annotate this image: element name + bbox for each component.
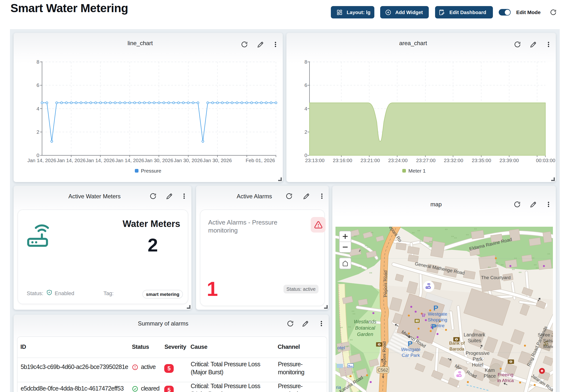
svg-text:in Africa: in Africa [497,378,514,383]
svg-text:Pressure: Pressure [141,168,161,174]
svg-text:otel: otel [337,345,345,350]
svg-text:6: 6 [304,82,307,88]
svg-text:P: P [408,340,412,348]
svg-text:Shopping: Shopping [428,317,447,322]
svg-text:2: 2 [304,129,307,135]
svg-text:23:39:00: 23:39:00 [500,157,519,163]
svg-text:ॐ: ॐ [543,340,548,347]
svg-text:Jan 14, 2026: Jan 14, 2026 [115,157,144,163]
svg-text:23:21:00: 23:21:00 [360,157,380,163]
svg-text:Jan 14, 2026: Jan 14, 2026 [86,157,115,163]
svg-text:23:35:00: 23:35:00 [472,157,491,163]
svg-text:6: 6 [36,82,39,88]
svg-text:Botanical: Botanical [355,325,375,331]
svg-text:Peponi Road: Peponi Road [382,341,387,368]
svg-text:Jan 30, 2026: Jan 30, 2026 [203,157,232,163]
svg-text:P: P [432,323,436,331]
svg-text:Jan 30, 2026: Jan 30, 2026 [144,157,173,163]
svg-text:23:16:00: 23:16:00 [333,157,352,163]
svg-text:Freeing: Freeing [498,372,513,377]
svg-text:23:13:00: 23:13:00 [305,157,325,163]
svg-text:Baroda: Baroda [449,346,464,351]
svg-text:Hotel: Hotel [472,362,483,368]
svg-text:4: 4 [36,106,39,111]
svg-text:0: 0 [304,152,307,158]
svg-text:4: 4 [304,106,307,111]
svg-text:23:24:00: 23:24:00 [388,157,408,163]
svg-text:Landmark: Landmark [464,332,486,337]
svg-text:ria: ria [336,385,341,390]
svg-text:Jan 14, 2026: Jan 14, 2026 [57,157,86,163]
svg-text:Park: Park [473,356,483,362]
svg-text:Feb 01, 2026: Feb 01, 2026 [246,157,275,163]
svg-text:Jan 14, 2026: Jan 14, 2026 [27,157,56,163]
svg-text:2: 2 [36,129,39,135]
svg-text:P: P [433,304,438,312]
svg-text:Suites: Suites [468,338,481,343]
svg-text:23:27:00: 23:27:00 [416,157,435,163]
svg-text:The Courtyard: The Courtyard [481,275,510,280]
svg-text:8: 8 [304,59,307,65]
svg-text:00:03:00: 00:03:00 [536,157,555,163]
svg-text:Westlands: Westlands [354,319,376,324]
svg-text:Shree Jala: Shree Jala [538,332,553,337]
svg-text:Kam: Kam [485,368,495,373]
svg-text:Westgate: Westgate [428,311,447,317]
svg-text:23:32:00: 23:32:00 [444,157,463,163]
svg-text:Place: Place [484,373,496,379]
svg-text:0: 0 [36,152,39,158]
svg-text:Garden: Garden [357,331,373,337]
svg-text:C562: C562 [378,368,388,372]
svg-text:Jan 30, 2026: Jan 30, 2026 [174,157,203,163]
svg-text:Meter 1: Meter 1 [408,168,426,174]
svg-text:Westgate: Westgate [401,347,421,352]
svg-text:Progessive: Progessive [466,350,490,356]
svg-text:Car Park: Car Park [402,353,420,358]
svg-text:8: 8 [36,59,39,65]
svg-text:Peponi Road: Peponi Road [383,270,388,297]
